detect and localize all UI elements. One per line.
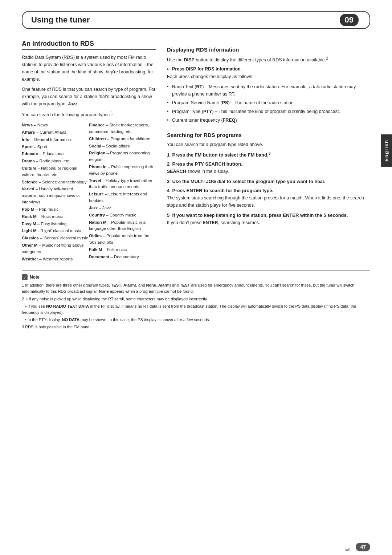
- press-disp-label: Press DISP for RDS information.: [167, 66, 370, 72]
- list-item: Light M – 'Light' classical music: [22, 228, 89, 234]
- page-number: 47: [356, 543, 370, 551]
- step-5-body: If you don't press ENTER, searching resu…: [167, 219, 370, 226]
- chapter-title-bar: Using the tuner 09: [22, 11, 370, 29]
- chapter-number: 09: [340, 14, 359, 26]
- list-item: Radio Text (RT) – Messages sent by the r…: [167, 83, 370, 98]
- note-section: ♪ Note 1 In addition, there are three ot…: [22, 270, 370, 330]
- note-header: ♪ Note: [22, 274, 370, 280]
- list-item: Folk M – Folk music: [89, 247, 156, 253]
- list-item: Program Type (PTY) – This indicates the …: [167, 108, 370, 115]
- intro-para-3: You can search the following program typ…: [22, 110, 156, 118]
- step-4: 4 Press ENTER to search for the program …: [167, 188, 370, 209]
- list-item: Finance – Stock market reports, commerce…: [89, 122, 156, 135]
- note-3: 3 RDS is only possible in the FM band.: [22, 324, 370, 330]
- list-item: Sport – Sport: [22, 144, 89, 150]
- list-item: Program Service Name (PS) – The name of …: [167, 99, 370, 106]
- left-column: An introduction to RDS Radio Data System…: [22, 40, 156, 263]
- step-4-heading: 4 Press ENTER to search for the program …: [167, 188, 370, 193]
- chapter-title-container: Using the tuner 09: [22, 11, 370, 29]
- disp-bullet-list: Radio Text (RT) – Messages sent by the r…: [167, 83, 370, 124]
- list-item: Pop M – Pop music: [22, 206, 89, 213]
- disp-intro: Use the DISP button to display the diffe…: [167, 56, 370, 64]
- note-icon: ♪: [22, 274, 28, 280]
- page-container: Using the tuner 09 English An introducti…: [0, 11, 392, 555]
- step-2-body: SEARCH shows in the display.: [167, 168, 370, 175]
- list-item: Document – Documentary: [89, 254, 156, 260]
- list-item: Leisure – Leisure interests and hobbies: [89, 191, 156, 204]
- list-item: Other M – Music not fitting above catego…: [22, 242, 89, 255]
- list-item: Weather – Weather reports: [22, 256, 89, 263]
- intro-para-2: One feature of RDS is that you can searc…: [22, 86, 156, 108]
- step-1-number: 1: [167, 152, 170, 158]
- note-2a: 2 • If any noise is picked up while disp…: [22, 296, 370, 302]
- search-intro: You can search for a program type listed…: [167, 141, 370, 148]
- list-item: Culture – National or regional culture, …: [22, 165, 89, 178]
- disp-rds-heading: Displaying RDS information: [167, 46, 370, 53]
- intro-para-1: Radio Data System (RDS) is a system used…: [22, 54, 156, 83]
- list-item: Religion – Programs concerning religion: [89, 150, 156, 163]
- note-2b: • If you see NO RADIO TEXT DATA in the R…: [22, 303, 370, 316]
- list-item: Jazz – Jazz: [89, 205, 156, 211]
- step-5-heading: 5 If you want to keep listening to the s…: [167, 212, 370, 218]
- list-item: Science – Science and technology: [22, 179, 89, 186]
- language-tab: English: [381, 134, 392, 167]
- note-2c: • In the PTY display, NO DATA may be sho…: [22, 317, 370, 323]
- step-1-heading: 1 Press the FM button to select the FM b…: [167, 151, 370, 158]
- list-item: Easy M – Easy listening: [22, 221, 89, 227]
- search-rds-heading: Searching for RDS programs: [167, 132, 370, 138]
- list-item: Country – Country music: [89, 212, 156, 219]
- step-2: 2 Press the PTY SEARCH button. SEARCH sh…: [167, 161, 370, 175]
- step-1: 1 Press the FM button to select the FM b…: [167, 151, 370, 158]
- list-item: Rock M – Rock music: [22, 214, 89, 220]
- press-disp-detail: Each press changes the display as follow…: [167, 73, 370, 80]
- list-item: Educate – Educational: [22, 151, 89, 157]
- main-content: An introduction to RDS Radio Data System…: [22, 40, 370, 263]
- prog-col-1: News – News Affairs – Current Affairs In…: [22, 122, 89, 263]
- step-4-body: The system starts searching through the …: [167, 194, 370, 209]
- list-item: Children – Programs for children: [89, 136, 156, 142]
- chapter-title: Using the tuner: [31, 15, 90, 25]
- list-item: Oldies – Popular music from the '50s and…: [89, 233, 156, 246]
- prog-col-2: Finance – Stock market reports, commerce…: [89, 122, 156, 263]
- list-item: Classics – 'Serious' classical music: [22, 235, 89, 242]
- list-item: Social – Social affairs: [89, 143, 156, 150]
- intro-rds-heading: An introduction to RDS: [22, 40, 156, 50]
- step-5: 5 If you want to keep listening to the s…: [167, 212, 370, 226]
- list-item: Nation M – Popular music in a language o…: [89, 219, 156, 232]
- list-item: Travel – Holiday-type travel rather than…: [89, 178, 156, 191]
- list-item: News – News: [22, 122, 89, 129]
- prog-types-container: News – News Affairs – Current Affairs In…: [22, 122, 156, 263]
- list-item: Varied – Usually talk-based material, su…: [22, 186, 89, 205]
- list-item: Drama – Radio plays, etc.: [22, 158, 89, 165]
- step-2-heading: 2 Press the PTY SEARCH button.: [167, 161, 370, 167]
- list-item: Affairs – Current Affairs: [22, 129, 89, 136]
- page-en-label: En: [346, 547, 350, 551]
- list-item: Info – General Information: [22, 137, 89, 143]
- list-item: Current tuner frequency (FREQ): [167, 117, 370, 124]
- note-label: Note: [30, 275, 40, 280]
- note-1: 1 In addition, there are three other pro…: [22, 282, 370, 295]
- step-3: 3 Use the MULTI JOG dial to select the p…: [167, 179, 370, 184]
- step-3-heading: 3 Use the MULTI JOG dial to select the p…: [167, 179, 370, 184]
- right-column: Displaying RDS information Use the DISP …: [167, 40, 370, 263]
- list-item: Phone In – Public expressing their views…: [89, 164, 156, 177]
